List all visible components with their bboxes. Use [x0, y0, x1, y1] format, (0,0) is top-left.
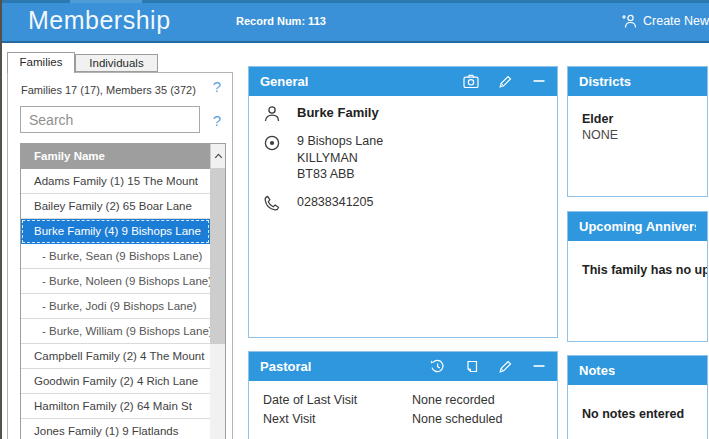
visit-note-button[interactable]	[464, 359, 479, 374]
notes-panel-header: Notes	[567, 355, 708, 385]
history-icon	[430, 359, 445, 374]
create-new-family-label: Create New Family	[643, 14, 709, 28]
general-panel-title: General	[260, 74, 308, 89]
pastoral-panel-title: Pastoral	[260, 359, 311, 374]
table-row[interactable]: - Burke, Noleen (9 Bishops Lane)	[21, 269, 210, 294]
next-visit-value: None scheduled	[412, 410, 502, 429]
notes-panel: Notes No notes entered	[567, 355, 708, 439]
record-number: Record Num: 113	[236, 15, 326, 27]
general-panel: General	[248, 66, 558, 338]
district-value: NONE	[582, 127, 707, 143]
districts-panel-title: Districts	[579, 74, 631, 89]
phone-value: 02838341205	[297, 193, 373, 212]
person-add-icon	[621, 13, 637, 29]
person-icon	[263, 105, 281, 123]
minus-icon	[532, 74, 546, 88]
family-table: Family Name Adams Family (1) 15 The Moun…	[20, 143, 226, 439]
titlebar: Membership Record Num: 113 Create New Fa…	[0, 0, 709, 43]
districts-panel-header: Districts	[567, 66, 708, 96]
search-help-icon[interactable]: ?	[213, 112, 221, 129]
address-block: 9 Bishops Lane KILLYMAN BT83 ABB	[297, 133, 383, 183]
search-input[interactable]	[21, 107, 199, 132]
scrollbar-thumb[interactable]	[210, 169, 225, 344]
family-stats: Families 17 (17), Members 35 (372)	[21, 84, 196, 96]
last-visit-label: Date of Last Visit	[263, 391, 412, 410]
districts-panel: Districts Elder NONE	[567, 66, 708, 197]
table-row-selected[interactable]: Burke Family (4) 9 Bishops Lane	[21, 219, 210, 244]
stats-help-icon[interactable]: ?	[213, 78, 221, 95]
table-row[interactable]: Jones Family (1) 9 Flatlands	[21, 419, 210, 439]
anniversaries-message: This family has no upcoming anniversarie…	[568, 241, 707, 277]
edit-button[interactable]	[498, 74, 513, 89]
district-role: Elder	[582, 111, 707, 127]
collapse-button[interactable]	[532, 74, 546, 88]
camera-icon	[463, 74, 479, 89]
table-row[interactable]: Adams Family (1) 15 The Mount	[21, 169, 210, 194]
anniversaries-panel-title: Upcoming Anniversaries	[579, 219, 696, 234]
window-top-strip-tab	[70, 0, 142, 3]
table-row[interactable]: Hamilton Family (2) 64 Main St	[21, 394, 210, 419]
photo-button[interactable]	[463, 74, 479, 89]
tab-individuals[interactable]: Individuals	[75, 54, 158, 72]
search-box	[20, 106, 200, 133]
general-panel-header: General	[248, 66, 558, 96]
minus-icon	[532, 359, 546, 373]
family-table-header: Family Name	[21, 144, 225, 169]
table-row[interactable]: - Burke, Sean (9 Bishops Lane)	[21, 244, 210, 269]
scroll-up-button[interactable]	[210, 144, 225, 169]
pencil-icon	[498, 359, 513, 374]
anniversaries-panel-header: Upcoming Anniversaries	[567, 211, 708, 241]
address-line: KILLYMAN	[297, 150, 383, 167]
family-list: Adams Family (1) 15 The Mount Bailey Fam…	[21, 169, 210, 439]
table-row[interactable]: - Burke, Jodi (9 Bishops Lane)	[21, 294, 210, 319]
pastoral-panel-header: Pastoral	[248, 351, 558, 381]
collapse-button[interactable]	[532, 359, 546, 373]
scrollbar[interactable]	[210, 169, 225, 439]
family-name-column-header[interactable]: Family Name	[21, 144, 210, 169]
visit-history-button[interactable]	[430, 359, 445, 374]
next-visit-label: Next Visit	[263, 410, 412, 429]
edit-button[interactable]	[498, 359, 513, 374]
location-icon	[263, 134, 281, 152]
chevron-up-icon	[214, 153, 223, 159]
tab-families[interactable]: Families	[7, 52, 75, 73]
membership-window: Membership Record Num: 113 Create New Fa…	[0, 0, 709, 439]
pencil-icon	[498, 74, 513, 89]
phone-icon	[263, 194, 281, 212]
notes-message: No notes entered	[568, 385, 707, 421]
create-new-family-button[interactable]: Create New Family	[621, 13, 709, 29]
window-left-edge	[0, 0, 2, 439]
table-row[interactable]: Campbell Family (2) 4 The Mount	[21, 344, 210, 369]
note-icon	[464, 359, 479, 374]
table-row[interactable]: - Burke, William (9 Bishops Lane)	[21, 319, 210, 344]
table-row[interactable]: Bailey Family (2) 65 Boar Lane	[21, 194, 210, 219]
pastoral-panel: Pastoral	[248, 351, 558, 439]
address-line: BT83 ABB	[297, 166, 383, 183]
titlebar-bottom-line	[0, 41, 709, 43]
last-visit-value: None recorded	[412, 391, 495, 410]
anniversaries-panel: Upcoming Anniversaries This family has n…	[567, 211, 708, 342]
families-sidebar: Families 17 (17), Members 35 (372) ? ? F…	[7, 72, 233, 439]
table-row[interactable]: Goodwin Family (2) 4 Rich Lane	[21, 369, 210, 394]
address-line: 9 Bishops Lane	[297, 133, 383, 150]
family-name-value: Burke Family	[297, 104, 379, 123]
notes-panel-title: Notes	[579, 363, 615, 378]
app-title: Membership	[28, 6, 171, 35]
